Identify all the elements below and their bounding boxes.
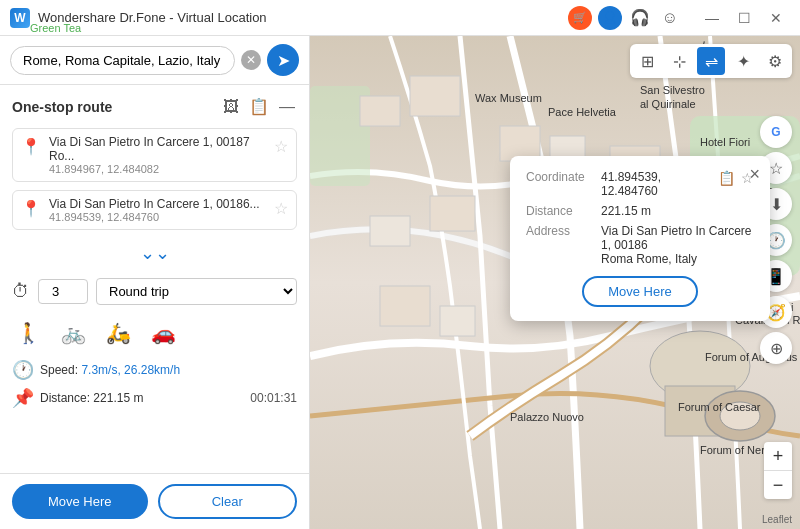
speed-row: 🕐 Speed: 7.3m/s, 26.28km/h — [12, 359, 297, 381]
zoom-in-button[interactable]: + — [764, 442, 792, 470]
app-logo: W — [10, 8, 30, 28]
bottom-buttons: Move Here Clear — [0, 473, 309, 529]
popup-address-value: Via Di San Pietro In Carcere 1, 00186Rom… — [601, 224, 754, 266]
waypoint-2-coords: 41.894539, 12.484760 — [49, 211, 266, 223]
distance-row: 📌 Distance: 221.15 m 00:01:31 — [12, 387, 297, 409]
green-tea-label: Green Tea — [30, 22, 81, 34]
popup-close-button[interactable]: × — [749, 164, 760, 185]
svg-rect-10 — [370, 216, 410, 246]
popup-copy-icon[interactable]: 📋 — [718, 170, 735, 198]
speed-highlight: 7.3m/s, 26.28km/h — [81, 363, 180, 377]
google-maps-button[interactable]: G — [760, 116, 792, 148]
nav-icons: 🛒 👤 🎧 ☺ — [568, 6, 682, 30]
popup-move-here-button[interactable]: Move Here — [582, 276, 698, 307]
svg-point-16 — [720, 402, 760, 430]
route-title: One-stop route — [12, 99, 112, 115]
waypoint-1-coords: 41.894967, 12.484082 — [49, 163, 266, 175]
route-save-button[interactable]: 📋 — [247, 95, 271, 118]
route-actions: 🖼 📋 — — [221, 95, 297, 118]
smiley-icon[interactable]: ☺ — [658, 6, 682, 30]
transport-row: 🚶 🚲 🛵 🚗 — [12, 313, 297, 353]
cart-icon[interactable]: 🛒 — [568, 6, 592, 30]
crosshair-button[interactable]: ⊕ — [760, 332, 792, 364]
chevron-down-icon: ⌄⌄ — [12, 238, 297, 268]
map-scatter-button[interactable]: ⊹ — [665, 47, 693, 75]
search-input[interactable] — [10, 46, 235, 75]
waypoint-1-star[interactable]: ☆ — [274, 137, 288, 156]
speed-label: Speed: 7.3m/s, 26.28km/h — [40, 363, 180, 377]
route-panel: One-stop route 🖼 📋 — 📍 Via Di San Pietro… — [0, 85, 309, 473]
map-area[interactable]: Wax Museum San Silvestro al Quirinale Pa… — [310, 36, 800, 529]
car-icon[interactable]: 🚗 — [147, 317, 180, 349]
waypoint-2-text: Via Di San Pietro In Carcere 1, 00186...… — [49, 197, 266, 223]
zoom-controls: + − — [764, 442, 792, 499]
popup-distance-label: Distance — [526, 204, 601, 218]
main-area: ✕ ➤ One-stop route 🖼 📋 — 📍 Via Di San Pi… — [0, 36, 800, 529]
sidebar: ✕ ➤ One-stop route 🖼 📋 — 📍 Via Di San Pi… — [0, 36, 310, 529]
bike-icon[interactable]: 🚲 — [57, 317, 90, 349]
distance-text: Distance: 221.15 m — [40, 391, 143, 405]
search-go-button[interactable]: ➤ — [267, 44, 299, 76]
popup-distance-row: Distance 221.15 m — [526, 204, 754, 218]
time-text: 00:01:31 — [250, 391, 297, 405]
window-controls: — ☐ ✕ — [698, 8, 790, 28]
svg-rect-9 — [430, 196, 475, 231]
popup-address-label: Address — [526, 224, 601, 266]
route-image-button[interactable]: 🖼 — [221, 96, 241, 118]
popup-address-row: Address Via Di San Pietro In Carcere 1, … — [526, 224, 754, 266]
waypoint-1: 📍 Via Di San Pietro In Carcere 1, 00187 … — [12, 128, 297, 182]
popup-distance-value: 221.15 m — [601, 204, 754, 218]
map-toolbar: ⊞ ⊹ ⇌ ✦ ⚙ — [630, 44, 792, 78]
map-toolbar-row: ⊞ ⊹ ⇌ ✦ ⚙ — [630, 44, 792, 78]
search-clear-button[interactable]: ✕ — [241, 50, 261, 70]
titlebar: W Wondershare Dr.Fone - Virtual Location… — [0, 0, 800, 36]
maximize-button[interactable]: ☐ — [730, 8, 758, 28]
leaflet-credit: Leaflet — [762, 514, 792, 525]
location-dist-icon: 📌 — [12, 387, 34, 409]
popup-coordinate-row: Coordinate 41.894539, 12.484760 📋 ☆ — [526, 170, 754, 198]
waypoint-1-icon: 📍 — [21, 137, 41, 156]
waypoint-2: 📍 Via Di San Pietro In Carcere 1, 00186.… — [12, 190, 297, 230]
user-icon[interactable]: 👤 — [598, 6, 622, 30]
map-settings-button[interactable]: ⚙ — [761, 47, 789, 75]
waypoint-1-text: Via Di San Pietro In Carcere 1, 00187 Ro… — [49, 135, 266, 175]
trip-type-select[interactable]: One-way trip Round trip — [96, 278, 297, 305]
waypoint-2-star[interactable]: ☆ — [274, 199, 288, 218]
svg-rect-12 — [440, 306, 475, 336]
timer-icon: ⏱ — [12, 281, 30, 302]
map-grid-button[interactable]: ⊞ — [633, 47, 661, 75]
speedometer-icon: 🕐 — [12, 359, 34, 381]
waypoint-1-name: Via Di San Pietro In Carcere 1, 00187 Ro… — [49, 135, 266, 163]
svg-rect-11 — [380, 286, 430, 326]
location-popup: × Coordinate 41.894539, 12.484760 📋 ☆ Di… — [510, 156, 770, 321]
scooter-icon[interactable]: 🛵 — [102, 317, 135, 349]
map-waypoint-button[interactable]: ✦ — [729, 47, 757, 75]
minimize-button[interactable]: — — [698, 8, 726, 28]
waypoint-2-icon: 📍 — [21, 199, 41, 218]
search-bar: ✕ ➤ — [0, 36, 309, 85]
waypoint-2-name: Via Di San Pietro In Carcere 1, 00186... — [49, 197, 266, 211]
walk-icon[interactable]: 🚶 — [12, 317, 45, 349]
repeat-count-input[interactable] — [38, 279, 88, 304]
controls-row: ⏱ One-way trip Round trip — [12, 278, 297, 305]
map-route-button[interactable]: ⇌ — [697, 47, 725, 75]
route-header: One-stop route 🖼 📋 — — [12, 95, 297, 118]
svg-rect-3 — [410, 76, 460, 116]
headset-icon[interactable]: 🎧 — [628, 6, 652, 30]
move-here-button[interactable]: Move Here — [12, 484, 148, 519]
svg-rect-2 — [360, 96, 400, 126]
popup-coordinate-value: 41.894539, 12.484760 — [601, 170, 712, 198]
close-button[interactable]: ✕ — [762, 8, 790, 28]
clear-button[interactable]: Clear — [158, 484, 298, 519]
app-title: Wondershare Dr.Fone - Virtual Location — [38, 10, 560, 25]
zoom-out-button[interactable]: − — [764, 471, 792, 499]
route-minimize-button[interactable]: — — [277, 96, 297, 118]
popup-coordinate-label: Coordinate — [526, 170, 601, 198]
